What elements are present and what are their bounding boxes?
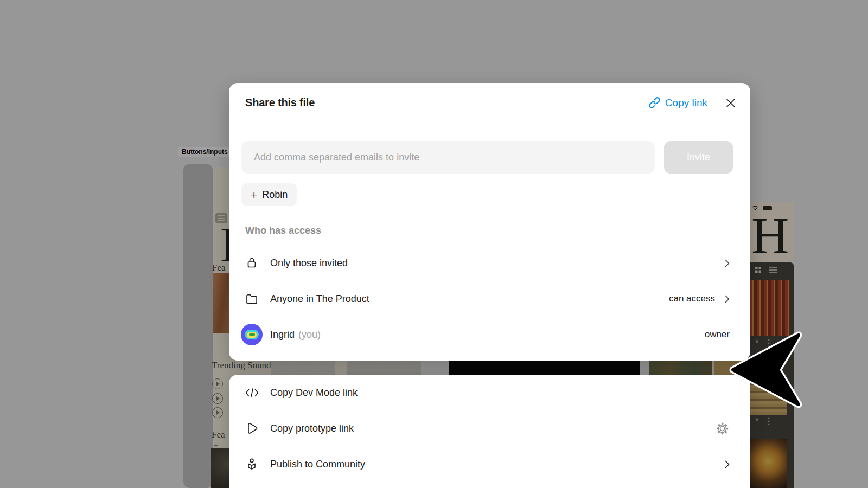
invite-row: Invite: [241, 141, 733, 174]
copy-link-label: Copy link: [665, 97, 707, 109]
menu-item-label: Copy prototype link: [270, 423, 354, 434]
owner-you-suffix: (you): [298, 329, 321, 341]
access-row-label: Only those invited: [270, 258, 348, 269]
gear-icon: [715, 421, 730, 436]
link-menu-panel: Copy Dev Mode link Copy prototype link: [229, 375, 750, 488]
owner-name: Ingrid: [270, 329, 295, 341]
access-permission-value[interactable]: can access: [669, 293, 715, 304]
access-section-heading: Who has access: [245, 225, 321, 236]
cursor-arrow-icon: [722, 325, 814, 418]
dialog-title: Share this file: [245, 97, 315, 109]
chevron-right-icon: [725, 259, 730, 267]
menu-item-label: Copy Dev Mode link: [270, 387, 358, 399]
folder-icon: [240, 294, 264, 304]
copy-link-button[interactable]: Copy link: [649, 97, 707, 109]
community-icon: [240, 458, 264, 471]
chevron-right-icon: [725, 295, 730, 303]
email-invite-input[interactable]: [241, 141, 655, 174]
share-dialog-header: Share this file Copy link: [229, 83, 750, 123]
access-row-invited[interactable]: Only those invited: [229, 245, 750, 281]
suggested-invitee-chip[interactable]: + Robin: [241, 183, 297, 206]
invite-button[interactable]: Invite: [664, 141, 733, 174]
link-icon: [649, 97, 660, 108]
menu-item-label: Publish to Community: [270, 459, 365, 470]
close-button[interactable]: [726, 98, 736, 108]
play-icon: [240, 421, 264, 436]
copy-prototype-link[interactable]: Copy prototype link: [229, 410, 750, 446]
share-dialog: Share this file Copy link Invite: [229, 83, 750, 361]
prototype-settings-button[interactable]: [715, 421, 730, 436]
close-icon: [726, 98, 736, 108]
code-icon: [240, 387, 264, 399]
access-row-label: Anyone in The Product: [270, 293, 369, 305]
chip-label: Robin: [262, 189, 288, 201]
lock-icon: [240, 256, 264, 269]
publish-to-community[interactable]: Publish to Community: [229, 446, 750, 482]
chevron-right-icon: [725, 460, 730, 468]
copy-dev-mode-link[interactable]: Copy Dev Mode link: [229, 375, 750, 410]
figma-canvas: Buttons/Inputs E Fea Trending Sounds Fea…: [0, 0, 868, 488]
access-rows: Only those invited Anyone in The Product…: [229, 245, 750, 352]
access-row-owner: Ingrid (you) owner: [229, 317, 750, 352]
access-row-team[interactable]: Anyone in The Product can access: [229, 281, 750, 317]
avatar: [240, 324, 264, 345]
plus-icon: +: [251, 189, 257, 201]
